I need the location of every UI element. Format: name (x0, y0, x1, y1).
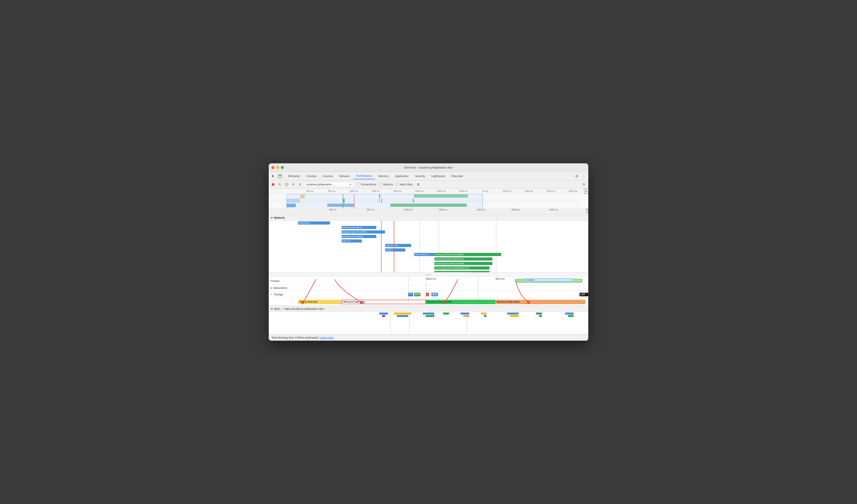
learn-more-link[interactable]: Learn more (320, 336, 333, 339)
more-icon[interactable]: ⋮ (581, 173, 587, 179)
download-icon[interactable]: ⬇ (298, 182, 302, 187)
network-row-5[interactable]: main.js (local... (269, 243, 588, 248)
tab-sources[interactable]: Sources (320, 173, 336, 179)
main-section-header[interactable]: ▼ Main — https://localhost.philipwalton.… (269, 306, 588, 312)
fp-badge[interactable]: FP (408, 293, 413, 296)
flame-task-5[interactable] (481, 313, 487, 315)
cursor-icon[interactable] (270, 173, 276, 179)
network-section-header[interactable]: ▼ Network (269, 215, 588, 221)
net-bar-photosjson[interactable]: photos.json (lo... (414, 253, 434, 256)
network-row-3[interactable]: bootstrap.css (localhos... (269, 234, 588, 239)
flame-task-17[interactable] (568, 315, 574, 317)
net-bar-venice[interactable]: venice.jpg (localhost.philipwalton.dev) (434, 266, 489, 270)
flame-task-15[interactable] (510, 315, 519, 317)
resource-load-duration-bar[interactable]: Resource load duration (426, 300, 495, 304)
net-bar-perfjs[interactable]: perf.js (l... (385, 248, 405, 252)
screenshots-checkbox[interactable]: Screenshots (357, 183, 376, 186)
tab-recorder[interactable]: Recorder (448, 173, 466, 179)
net-bar-localhost[interactable]: localhost.phi... (298, 221, 330, 224)
network-row-6[interactable]: perf.js (l... (269, 248, 588, 252)
net-bar-bangkok[interactable]: bangkok.jpg (localhost.philipwalt... (434, 262, 492, 265)
tab-network[interactable]: Network (336, 173, 353, 179)
tab-performance[interactable]: Performance (353, 173, 375, 179)
memory-check-input[interactable] (380, 183, 382, 186)
interactions-content (298, 285, 588, 291)
network-row-8[interactable]: london.jpg (localhost.philipwalto... (269, 257, 588, 261)
element-render-delay-bar[interactable]: Element render delay (495, 300, 585, 304)
network-row-2[interactable]: opensans-latin-700.woff2 (l... (269, 230, 588, 234)
flame-task-6[interactable] (507, 313, 519, 315)
main-thread-area[interactable] (269, 312, 588, 334)
flame-task-7[interactable] (536, 313, 542, 315)
resource-load-delay-bar[interactable]: Resource load delay (342, 300, 426, 304)
memory-checkbox[interactable]: Memory (380, 183, 393, 186)
tab-console[interactable]: Console (303, 173, 320, 179)
screenshots-check-input[interactable] (357, 183, 360, 186)
dropdown-icon[interactable]: ▼ (349, 183, 352, 186)
flame-task-2[interactable] (423, 313, 435, 315)
network-row-4[interactable]: main.css ... (269, 239, 588, 243)
maximize-button[interactable] (281, 166, 284, 169)
network-row-1[interactable]: opensans-latin-400.w... (269, 225, 588, 230)
clear-icon[interactable]: 🚫 (284, 182, 289, 187)
web-vitals-checkbox[interactable]: Web Vitals (396, 183, 413, 186)
l-badge[interactable]: L (426, 293, 429, 296)
ruler-mark-4: 2494 ms (387, 190, 408, 192)
network-row-9[interactable]: bangkok.jpg (localhost.philipwalt... (269, 261, 588, 266)
flame-task-12[interactable] (426, 315, 435, 317)
erd-text: Element render delay (497, 301, 519, 303)
timings-content: FP FCP L DCL LCP (298, 291, 588, 298)
dcl-badge[interactable]: DCL (432, 293, 438, 296)
net-bar-sydney[interactable]: sydney.jpg (localhost.philipwalton.dev) (434, 271, 489, 272)
record-button[interactable] (270, 182, 275, 187)
overview-chart[interactable] (269, 194, 588, 208)
net-bar-opensans700[interactable]: opensans-latin-700.woff2 (l... (342, 230, 385, 234)
tab-application[interactable]: Application (391, 173, 411, 179)
tab-elements[interactable]: Elements (285, 173, 303, 179)
tab-security[interactable]: Security (412, 173, 428, 179)
network-row-7[interactable]: photos.json (lo... london.jpg (localhost… (269, 252, 588, 257)
settings-performance-icon[interactable]: ⚙ (582, 182, 587, 187)
flame-task-0[interactable] (379, 313, 388, 315)
flame-task-4[interactable] (460, 313, 469, 315)
ruler-mark-7: 3994 ms (452, 190, 474, 192)
ruler-mark-1: 994 ms (321, 190, 342, 192)
timings-label-col[interactable]: ▼ Timings (269, 293, 298, 296)
interactions-label[interactable]: ▶ Interactions (269, 286, 298, 289)
lcp-badge[interactable]: LCP (579, 293, 588, 296)
upload-icon[interactable]: ⬆ (291, 182, 296, 187)
time-to-first-byte-bar[interactable]: Time to first byte (298, 300, 342, 304)
net-bar-mainjs[interactable]: main.js (local... (385, 244, 411, 247)
trash-icon[interactable]: 🗑 (416, 182, 421, 187)
network-row-11[interactable]: sydney.jpg (localhost.philipwalton.dev) (269, 270, 588, 272)
main-section-dash: — (281, 307, 284, 310)
net-bar-maincss[interactable]: main.css ... (342, 239, 362, 242)
flame-task-14[interactable] (484, 315, 487, 317)
reload-icon[interactable]: ↻ (277, 182, 282, 187)
title-bar: DevTools - localhost.philipwalton.dev/ (269, 163, 588, 172)
network-row-0[interactable]: localhost.phi... (269, 221, 588, 225)
settings-icon[interactable]: ⚙ (574, 173, 579, 179)
close-button[interactable] (271, 166, 274, 169)
flame-task-10[interactable] (382, 315, 385, 317)
tick-494: 494 ms (329, 208, 336, 211)
tab-memory[interactable]: Memory (375, 173, 391, 179)
net-bar-bootstrap[interactable]: bootstrap.css (localhos... (342, 235, 376, 238)
web-vitals-check-input[interactable] (396, 183, 399, 186)
flame-task-13[interactable] (464, 315, 469, 317)
fcp-badge[interactable]: FCP (414, 293, 420, 296)
net-bar-opensans400[interactable]: opensans-latin-400.w... (342, 226, 376, 229)
flame-task-1[interactable] (394, 313, 411, 315)
tab-lighthouse[interactable]: Lighthouse (428, 173, 448, 179)
tick-2994: 2994 ms (511, 208, 520, 211)
dock-icon[interactable] (277, 173, 283, 179)
net-bar-london1[interactable]: london.jpg (localhost.philipwalto... (434, 253, 501, 256)
interactions-row: ▶ Interactions (269, 285, 588, 291)
flame-task-11[interactable] (397, 315, 408, 317)
flame-task-16[interactable] (539, 315, 542, 317)
network-row-10[interactable]: venice.jpg (localhost.philipwalton.dev) (269, 266, 588, 270)
flame-task-8[interactable] (565, 313, 574, 315)
flame-task-3[interactable] (443, 313, 449, 315)
minimize-button[interactable] (276, 166, 279, 169)
net-bar-london2[interactable]: london.jpg (localhost.philipwalto... (434, 257, 492, 261)
